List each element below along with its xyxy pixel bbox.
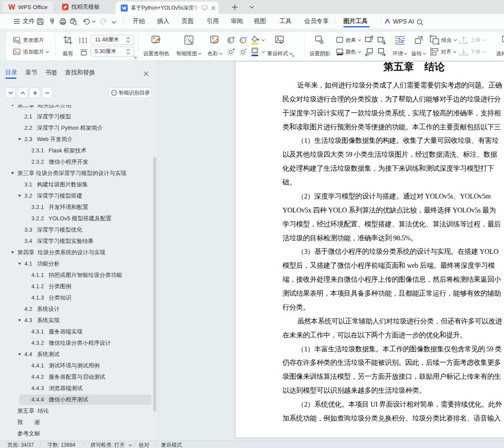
status-proofread[interactable]: 校对 <box>139 441 149 448</box>
toc-item[interactable]: 4.4 系统测试 <box>0 349 153 360</box>
toc-collapse-all-button[interactable] <box>42 88 52 98</box>
sidebar-tab-contents[interactable]: 目录 <box>5 69 17 77</box>
toc-item[interactable]: 2.1 深度学习模型 <box>0 111 153 122</box>
toc-item[interactable]: 4.4.2 服务器配置与启动测试 <box>0 371 153 383</box>
selection-pane-button[interactable]: 选择窗格 <box>490 34 504 59</box>
move-left-button[interactable] <box>365 47 374 57</box>
align-button[interactable]: 对齐 <box>430 47 457 57</box>
toc-item[interactable]: 4.4.4 微信小程序测试 <box>0 394 153 405</box>
toc-item[interactable]: 4.4.3 浏览器端测试 <box>0 383 153 394</box>
undo-button[interactable] <box>83 17 96 26</box>
toc-item[interactable]: 3.3 深度学习模型优化 <box>0 224 153 236</box>
width-stepper[interactable] <box>126 47 131 56</box>
file-menu[interactable]: 文件 <box>13 14 35 29</box>
toc-item[interactable]: 2.3.1 Flask 框架技术 <box>0 145 153 156</box>
toc-item[interactable]: 4.2 系统设计 <box>0 303 153 315</box>
toc-item[interactable]: 4.1.2 分类图例 <box>0 281 153 292</box>
sidebar-scrollbar-thumb[interactable] <box>153 157 156 411</box>
toc-item[interactable]: 4.3.2 微信垃圾分类小程序设计 <box>0 337 153 349</box>
new-tab-button[interactable] <box>229 2 240 12</box>
redo-button[interactable] <box>99 17 107 26</box>
toc-collapse-arrow-icon[interactable] <box>18 353 21 356</box>
search-icon[interactable] <box>417 18 423 27</box>
menu-tab-view[interactable]: 视图 <box>254 14 266 29</box>
tab-list-dropdown-icon[interactable] <box>248 3 255 10</box>
change-picture-button[interactable]: 更改图片 <box>13 35 44 45</box>
set-transparent-color-button[interactable]: 设置透明色 <box>141 34 171 59</box>
color-button[interactable]: 色彩 <box>203 34 227 59</box>
toc-item[interactable]: 4.1.3 分类知识 <box>0 292 153 303</box>
status-spellcheck[interactable]: 拼写检查: 打开 <box>91 441 132 448</box>
toc-item[interactable]: 3.2 深度学习模型搭建 <box>0 190 153 202</box>
effects-button[interactable]: 效果 <box>336 35 361 45</box>
sidebar-tab-find-replace[interactable]: 查找和替换 <box>65 69 95 77</box>
tab-document-active[interactable]: 基于Python+YOLOv5s深度学 <box>116 2 218 14</box>
add-picture-button[interactable]: 添加图片 <box>13 47 49 57</box>
move-up-button[interactable]: 上移 <box>459 35 486 45</box>
picture-color-button[interactable]: 颜色 <box>336 47 361 57</box>
decrease-contrast-button[interactable] <box>238 35 248 45</box>
toc-collapse-arrow-icon[interactable] <box>18 138 21 141</box>
increase-brightness-button[interactable] <box>226 47 235 57</box>
style-dialog-launcher-icon[interactable] <box>291 54 295 58</box>
export-pdf-icon[interactable] <box>48 17 56 26</box>
smart-cutout-button[interactable]: 智能抠图 <box>172 34 205 59</box>
toc-collapse-arrow-icon[interactable] <box>18 319 21 322</box>
menu-tab-reference[interactable]: 引用 <box>207 14 219 29</box>
toc-item[interactable]: 第五章 结论 <box>0 405 153 417</box>
toc-item[interactable]: 3.1 构建垃圾图片数据集 <box>0 179 153 190</box>
rotate-button[interactable]: 旋转 <box>407 34 431 59</box>
toc-item[interactable]: 第二章 相关技术介绍 <box>0 105 153 111</box>
move-down-button[interactable]: 下移 <box>459 47 486 57</box>
toc-item[interactable]: 2.2 深度学习 Python 框架简介 <box>0 122 153 134</box>
toc-item[interactable]: 4.3.1 服务器端实现 <box>0 326 153 337</box>
picture-height-field[interactable]: 11.48厘米 <box>91 35 134 45</box>
picture-width-field[interactable]: 5.30厘米 <box>91 47 134 57</box>
toc-item[interactable]: 4.3 系统实现 <box>0 315 153 326</box>
toc-collapse-arrow-icon[interactable] <box>18 194 21 198</box>
toc-item[interactable]: 4.4.1 测试环境与测试用例 <box>0 360 153 371</box>
toc-item[interactable]: 2.3 Web 开发简介 <box>0 134 153 145</box>
print-preview-icon[interactable] <box>70 17 77 26</box>
save-icon[interactable] <box>37 17 44 26</box>
decrease-brightness-button[interactable] <box>238 47 248 57</box>
toc-item[interactable]: 第四章 垃圾分类系统的设计与实现 <box>0 247 153 258</box>
height-stepper[interactable] <box>126 36 131 44</box>
toc-item[interactable]: 4.1.1 拍照或图片智能垃圾分类功能 <box>0 269 153 281</box>
document-page[interactable]: 第五章 结论 近年来，如何进行垃圾分类成了人们需要需要切实考虑的问题。正确民众对… <box>235 62 504 438</box>
toc-item[interactable]: 致 谢 <box>0 417 153 428</box>
menu-tab-home[interactable]: 开始 <box>133 14 145 29</box>
sidebar-tab-bookmarks[interactable]: 书签 <box>45 69 57 77</box>
menu-tab-member[interactable]: 会员专享 <box>304 14 329 29</box>
toc-collapse-arrow-icon[interactable] <box>11 251 14 254</box>
tab-close-icon[interactable] <box>211 6 216 10</box>
tab-wps-home[interactable]: WPS Office <box>3 1 53 13</box>
tab-docer[interactable]: 找稻壳模板 <box>57 1 112 13</box>
move-right-button[interactable] <box>376 47 386 57</box>
toc-item[interactable]: 参考文献 <box>0 428 153 438</box>
toc-expand-all-button[interactable] <box>30 88 40 98</box>
toc-item[interactable]: 3.2.2 YOLOv5 模型搭建及配置 <box>0 213 153 224</box>
quickbar-more-icon[interactable] <box>111 18 116 27</box>
size-dialog-launcher-icon[interactable] <box>133 55 138 60</box>
toc-item[interactable]: 2.3.2 微信小程序开发 <box>0 156 153 168</box>
group-button[interactable]: 组合 <box>430 35 457 45</box>
toc-collapse-arrow-icon[interactable] <box>11 105 14 107</box>
toc-item[interactable]: 3.2.1 开发环境和配置 <box>0 202 153 213</box>
toc-item[interactable]: 第三章 垃圾分类深度学习模型的设计与实现 <box>0 168 153 179</box>
menu-tab-review[interactable]: 审阅 <box>231 14 243 29</box>
sidebar-close-icon[interactable] <box>143 71 149 77</box>
bring-forward-button[interactable] <box>365 35 374 45</box>
smart-identify-toc-button[interactable]: 智能识别目录 <box>109 88 152 98</box>
toc-collapse-arrow-icon[interactable] <box>11 172 14 175</box>
toc-item[interactable]: 3.4 深度学习模型实验结果 <box>0 236 153 247</box>
toc-expand-down-button[interactable] <box>5 88 16 98</box>
increase-contrast-button[interactable] <box>226 35 235 45</box>
set-shadow-button[interactable]: 设置阴影 <box>306 34 333 59</box>
menu-tab-page[interactable]: 页面 <box>181 14 194 29</box>
menu-tab-tools[interactable]: 工具 <box>279 14 292 29</box>
print-icon[interactable] <box>59 17 67 26</box>
toc-expand-up-button[interactable] <box>17 88 28 98</box>
toc-collapse-arrow-icon[interactable] <box>18 262 21 266</box>
status-compat-mode[interactable]: 兼容模式 <box>161 441 182 448</box>
